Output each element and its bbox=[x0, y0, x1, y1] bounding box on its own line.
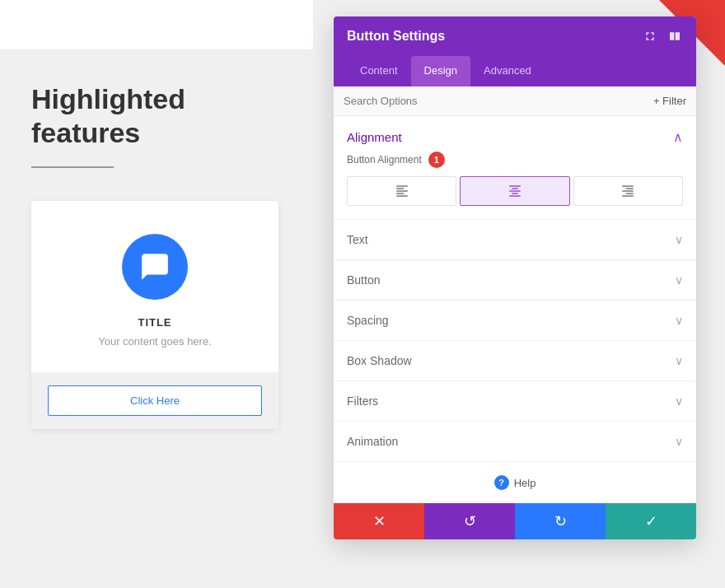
spacing-section-title: Spacing bbox=[347, 314, 389, 327]
animation-chevron-icon: ∨ bbox=[675, 435, 683, 448]
animation-section[interactable]: Animation ∨ bbox=[334, 421, 696, 461]
box-shadow-section-title: Box Shadow bbox=[347, 354, 412, 367]
confirm-button[interactable]: ✓ bbox=[606, 503, 696, 539]
spacing-section[interactable]: Spacing ∨ bbox=[334, 300, 696, 340]
alignment-content: Button Alignment 1 bbox=[334, 152, 696, 219]
card-icon-circle bbox=[122, 234, 188, 300]
modal-body: Alignment ∧ Button Alignment 1 bbox=[334, 116, 696, 503]
search-bar: + Filter bbox=[334, 86, 696, 116]
search-input[interactable] bbox=[344, 95, 653, 107]
tab-content[interactable]: Content bbox=[347, 56, 411, 86]
button-chevron-icon: ∨ bbox=[675, 273, 683, 287]
split-view-icon[interactable] bbox=[667, 28, 683, 44]
filters-chevron-icon: ∨ bbox=[675, 394, 683, 408]
align-center-option[interactable] bbox=[460, 176, 569, 206]
alignment-badge: 1 bbox=[428, 152, 445, 168]
alignment-options bbox=[347, 176, 683, 206]
help-section[interactable]: ? Help bbox=[334, 461, 696, 503]
animation-section-title: Animation bbox=[347, 435, 398, 448]
chat-icon bbox=[139, 251, 171, 282]
fullscreen-icon[interactable] bbox=[642, 28, 658, 44]
button-settings-modal: Button Settings Content Design Advanced bbox=[334, 16, 696, 539]
text-chevron-icon: ∨ bbox=[675, 233, 683, 246]
cancel-button[interactable]: ✕ bbox=[334, 503, 424, 539]
box-shadow-chevron-icon: ∨ bbox=[675, 354, 683, 367]
modal-header-icons bbox=[642, 28, 683, 44]
card-title: TITLE bbox=[48, 316, 262, 329]
modal-title: Button Settings bbox=[347, 29, 445, 44]
alignment-collapse-icon: ∧ bbox=[673, 129, 683, 145]
filters-section-title: Filters bbox=[347, 394, 378, 408]
modal-header: Button Settings bbox=[334, 16, 696, 56]
spacing-chevron-icon: ∨ bbox=[675, 314, 683, 327]
filters-section[interactable]: Filters ∨ bbox=[334, 380, 696, 421]
button-section-title: Button bbox=[347, 273, 380, 287]
box-shadow-section[interactable]: Box Shadow ∨ bbox=[334, 340, 696, 380]
help-icon: ? bbox=[494, 475, 509, 490]
redo-button[interactable]: ↻ bbox=[515, 503, 606, 539]
modal-footer: ✕ ↺ ↻ ✓ bbox=[334, 503, 696, 539]
align-left-option[interactable] bbox=[347, 176, 456, 206]
card-button-area: Click Here bbox=[31, 372, 278, 429]
reset-button[interactable]: ↺ bbox=[424, 503, 515, 539]
click-here-button[interactable]: Click Here bbox=[48, 385, 262, 416]
left-content-area: Highlighted features TITLE Your content … bbox=[0, 49, 313, 588]
help-text: Help bbox=[514, 477, 536, 489]
alignment-section-header[interactable]: Alignment ∧ bbox=[334, 116, 696, 152]
text-section[interactable]: Text ∨ bbox=[334, 219, 696, 259]
text-section-title: Text bbox=[347, 233, 368, 246]
highlighted-features-title: Highlighted features bbox=[31, 82, 282, 150]
alignment-section-title: Alignment bbox=[347, 130, 402, 144]
align-right-option[interactable] bbox=[573, 176, 683, 206]
title-underline bbox=[31, 166, 114, 168]
content-card: TITLE Your content goes here. Click Here bbox=[31, 201, 278, 429]
alignment-label: Button Alignment 1 bbox=[347, 152, 683, 168]
tab-design[interactable]: Design bbox=[411, 56, 470, 86]
top-white-bar bbox=[0, 0, 313, 49]
filter-button[interactable]: + Filter bbox=[653, 95, 686, 107]
card-text: Your content goes here. bbox=[48, 335, 262, 348]
button-section[interactable]: Button ∨ bbox=[334, 259, 696, 300]
tab-advanced[interactable]: Advanced bbox=[470, 56, 545, 86]
modal-tabs: Content Design Advanced bbox=[334, 56, 696, 86]
